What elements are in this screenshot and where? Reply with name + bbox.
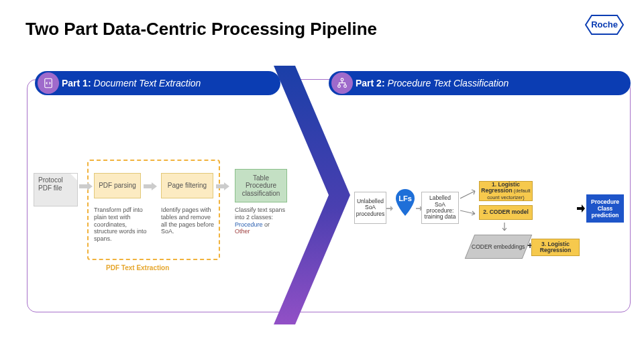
part1-diagram: Protocol PDF file PDF parsing Page filte… [34, 166, 302, 287]
part2-label-italic: Procedure Text Classification [388, 78, 509, 88]
arrow-icon [144, 182, 157, 190]
chevron-divider-icon [270, 64, 354, 326]
document-code-icon [38, 72, 59, 94]
arrow-icon [216, 182, 229, 190]
part2-label-bold: Part 2: [356, 78, 385, 88]
svg-point-3 [341, 78, 343, 81]
part2-diagram: Unlabelled SoA procedures LFs Labelled S… [354, 181, 629, 275]
output-box: Procedure Class prediction [586, 194, 624, 223]
arrow-icon [386, 205, 393, 212]
hierarchy-icon [331, 72, 353, 94]
roche-logo: Roche [585, 15, 624, 35]
protocol-pdf-box: Protocol PDF file [34, 173, 78, 206]
arrow-icon [79, 182, 93, 190]
svg-point-5 [344, 85, 347, 88]
labelled-box: Labelled SoA procedure: training data [421, 192, 459, 224]
page-filtering-desc: Identify pages with tables and remove al… [161, 206, 215, 235]
pdf-extraction-label: PDF Text Extraction [106, 264, 169, 272]
pdf-parsing-box: PDF parsing [94, 173, 141, 198]
lfs-pin-icon: LFs [393, 188, 417, 217]
part2-header: Part 2: Procedure Text Classification [329, 71, 631, 95]
logistic-regression-1-box: 1. Logistic Regression (default count ve… [479, 181, 533, 201]
coder-model-box: 2. CODER model [479, 205, 533, 220]
page-filtering-box: Page filtering [161, 173, 213, 198]
part1-label-bold: Part 1: [62, 78, 91, 88]
part1-header: Part 1: Document Text Extraction [35, 71, 280, 95]
arrow-icon [460, 209, 479, 219]
svg-text:Roche: Roche [591, 19, 618, 29]
pdf-parsing-desc: Transform pdf into plain text with coord… [94, 206, 148, 243]
arrow-icon [460, 189, 479, 200]
svg-point-4 [338, 85, 341, 88]
logistic-regression-2-box: 3. Logistic Regression [531, 239, 580, 256]
part1-label-italic: Document Text Extraction [94, 78, 201, 88]
slide-title: Two Part Data-Centric Processing Pipelin… [25, 19, 377, 40]
output-arrow-icon [577, 204, 585, 213]
arrow-icon [502, 223, 511, 235]
svg-text:LFs: LFs [398, 194, 412, 202]
coder-embeddings-box: CODER embeddings [465, 235, 533, 259]
unlabelled-box: Unlabelled SoA procedures [354, 192, 386, 224]
